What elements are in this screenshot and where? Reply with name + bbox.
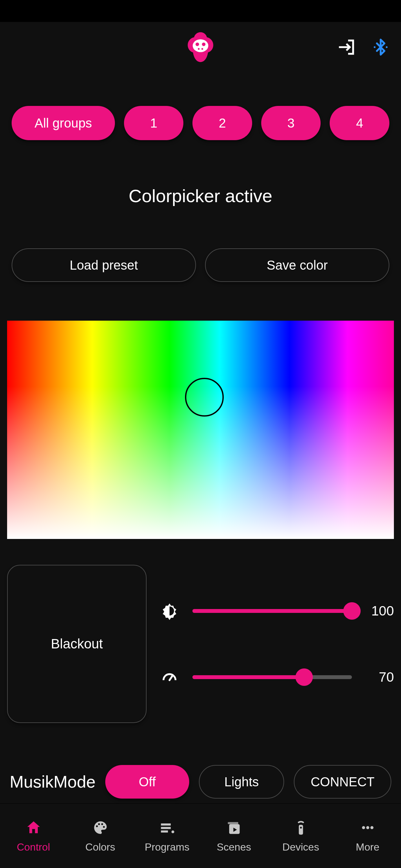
group-all-button[interactable]: All groups	[11, 106, 115, 140]
brightness-slider-row: 100	[159, 601, 394, 621]
nav-more[interactable]: More	[334, 804, 401, 868]
exit-icon	[336, 37, 357, 58]
svg-point-3	[198, 48, 200, 50]
color-picker-cursor[interactable]	[185, 378, 224, 416]
bottom-nav: Control Colors Programs Scenes Devices M…	[0, 803, 401, 868]
music-off-label: Off	[139, 775, 156, 789]
color-picker-area[interactable]	[7, 321, 394, 539]
nav-control-label: Control	[17, 841, 50, 853]
nav-programs-label: Programs	[145, 841, 189, 853]
app-header	[0, 22, 401, 73]
group-label: 1	[150, 116, 157, 130]
brightness-value: 100	[365, 603, 394, 619]
nav-colors-label: Colors	[85, 841, 115, 853]
svg-rect-13	[161, 831, 168, 833]
brightness-slider[interactable]	[192, 609, 352, 613]
load-preset-label: Load preset	[70, 258, 138, 273]
brightness-icon	[159, 601, 180, 621]
slider-thumb[interactable]	[296, 669, 313, 686]
music-lights-button[interactable]: Lights	[199, 765, 284, 799]
svg-point-20	[366, 826, 369, 829]
speed-icon	[159, 667, 180, 687]
group-selector: All groups 1 2 3 4	[0, 106, 401, 140]
nav-scenes[interactable]: Scenes	[201, 804, 267, 868]
save-color-button[interactable]: Save color	[205, 248, 390, 282]
home-icon	[25, 818, 42, 837]
nav-programs[interactable]: Programs	[134, 804, 201, 868]
palette-icon	[91, 818, 110, 837]
svg-point-5	[374, 46, 376, 48]
group-label: 4	[356, 116, 363, 130]
blackout-label: Blackout	[51, 636, 103, 652]
more-icon	[359, 818, 377, 837]
svg-point-4	[202, 48, 204, 50]
nav-scenes-label: Scenes	[217, 841, 251, 853]
svg-point-10	[103, 826, 105, 828]
group-3-button[interactable]: 3	[261, 106, 321, 140]
svg-point-0	[193, 39, 208, 52]
svg-rect-16	[227, 822, 238, 825]
svg-point-18	[300, 827, 302, 829]
nav-more-label: More	[356, 841, 379, 853]
sliders-panel: 100 70	[159, 565, 394, 723]
group-2-button[interactable]: 2	[192, 106, 252, 140]
svg-point-9	[101, 823, 103, 825]
svg-point-21	[370, 826, 374, 829]
slider-fill	[192, 609, 352, 613]
nav-colors[interactable]: Colors	[67, 804, 134, 868]
speed-slider[interactable]	[192, 675, 352, 679]
group-1-button[interactable]: 1	[124, 106, 184, 140]
nav-devices-label: Devices	[282, 841, 319, 853]
svg-rect-17	[299, 825, 303, 834]
svg-point-19	[362, 826, 365, 829]
svg-rect-11	[161, 824, 171, 826]
music-lights-label: Lights	[224, 775, 259, 789]
blackout-button[interactable]: Blackout	[7, 565, 147, 723]
music-connect-label: CONNECT	[311, 775, 374, 789]
group-label: 2	[219, 116, 226, 130]
bluetooth-button[interactable]	[370, 37, 391, 58]
music-mode-row: MusikMode Off Lights CONNECT	[0, 765, 401, 799]
music-mode-label: MusikMode	[10, 772, 96, 792]
preset-row: Load preset Save color	[0, 248, 401, 282]
scenes-icon	[225, 818, 243, 837]
group-4-button[interactable]: 4	[330, 106, 390, 140]
group-all-label: All groups	[35, 116, 92, 130]
svg-point-14	[172, 831, 174, 833]
status-bar	[0, 0, 401, 22]
nav-control[interactable]: Control	[0, 804, 67, 868]
svg-rect-12	[161, 827, 171, 829]
list-icon	[158, 818, 176, 837]
save-color-label: Save color	[267, 258, 328, 273]
speed-slider-row: 70	[159, 667, 394, 687]
controls-row: Blackout 100	[0, 565, 401, 723]
nav-devices[interactable]: Devices	[267, 804, 334, 868]
slider-fill	[192, 675, 304, 679]
slider-thumb[interactable]	[343, 602, 361, 620]
remote-icon	[292, 818, 310, 837]
load-preset-button[interactable]: Load preset	[11, 248, 196, 282]
svg-point-8	[98, 823, 100, 825]
svg-point-2	[202, 42, 205, 46]
bluetooth-icon	[372, 38, 390, 58]
svg-point-1	[196, 42, 199, 46]
colorpicker-title: Colorpicker active	[0, 185, 401, 206]
svg-point-6	[386, 46, 388, 48]
exit-button[interactable]	[336, 37, 357, 58]
music-off-button[interactable]: Off	[105, 765, 189, 799]
monkey-logo-icon	[183, 29, 218, 66]
group-label: 3	[287, 116, 295, 130]
music-connect-button[interactable]: CONNECT	[294, 765, 391, 799]
speed-value: 70	[365, 670, 394, 685]
svg-point-7	[96, 826, 98, 827]
